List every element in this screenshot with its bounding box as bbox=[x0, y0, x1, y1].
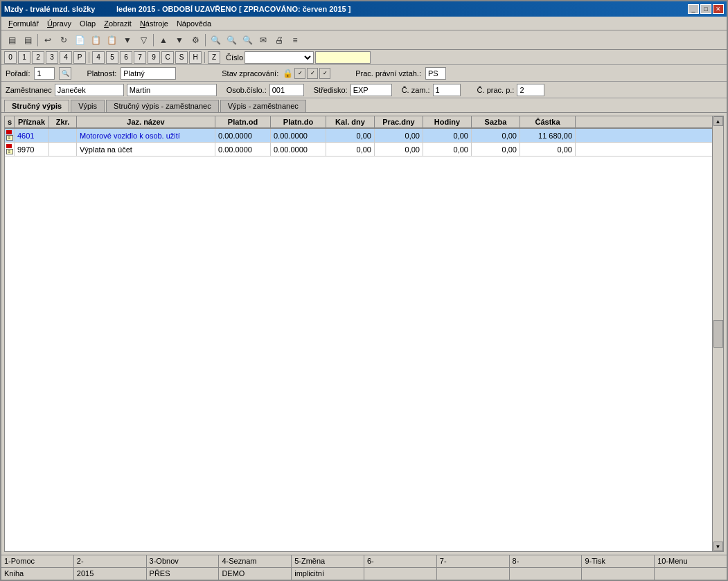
num-P[interactable]: P bbox=[73, 51, 86, 64]
col-hodiny: Hodiny bbox=[423, 116, 472, 127]
cell-priznak-2: 9970 bbox=[15, 143, 49, 156]
col-zkr: Zkr. bbox=[49, 116, 77, 127]
num-Z[interactable]: Z bbox=[208, 51, 220, 64]
status-key-1[interactable]: 1-Pomoc bbox=[1, 555, 74, 567]
cell-kaldny-1: 0,00 bbox=[326, 129, 375, 142]
col-prac-dny: Prac.dny bbox=[375, 116, 423, 127]
num-9[interactable]: 9 bbox=[148, 51, 160, 64]
osob-text: 001 bbox=[272, 86, 285, 94]
prac-text: PS bbox=[428, 69, 438, 78]
status-key-4[interactable]: 4-Seznam bbox=[219, 555, 292, 567]
tb-down[interactable]: ▼ bbox=[172, 33, 187, 48]
cell-zkr-2 bbox=[49, 143, 77, 156]
menu-olap[interactable]: Olap bbox=[76, 19, 100, 28]
num-2[interactable]: 2 bbox=[32, 51, 44, 64]
status-info-10 bbox=[655, 568, 727, 580]
table-row[interactable]: ≡ 4601 Motorové vozidlo k osob. užití 0.… bbox=[5, 129, 723, 143]
status-key-5[interactable]: 5-Změna bbox=[292, 555, 364, 567]
minimize-button[interactable]: _ bbox=[688, 4, 699, 14]
menu-nastroje[interactable]: Nástroje bbox=[136, 19, 172, 28]
status-key-6[interactable]: 6- bbox=[364, 555, 437, 567]
tb-copy[interactable]: 📋 bbox=[88, 33, 103, 48]
num-C[interactable]: C bbox=[161, 51, 174, 64]
stredisko-text: EXP bbox=[353, 86, 369, 94]
tb-paste[interactable]: 📋 bbox=[104, 33, 119, 48]
scroll-up-button[interactable]: ▲ bbox=[713, 116, 723, 126]
cell-sazba-1: 0,00 bbox=[472, 129, 520, 142]
tb-search3[interactable]: 🔍 bbox=[240, 33, 255, 48]
scroll-down-button[interactable]: ▼ bbox=[713, 542, 723, 551]
close-button[interactable]: ✕ bbox=[713, 4, 724, 14]
menu-upravy[interactable]: Úpravy bbox=[43, 19, 76, 28]
osob-value: 001 bbox=[269, 84, 304, 96]
status-info-5: implicitní bbox=[292, 568, 364, 580]
czam-text: 1 bbox=[436, 86, 440, 94]
status-info-7 bbox=[437, 568, 510, 580]
tb-search2[interactable]: 🔍 bbox=[224, 33, 239, 48]
num-7[interactable]: 7 bbox=[134, 51, 146, 64]
status-info-8 bbox=[510, 568, 583, 580]
tb-refresh[interactable]: ↻ bbox=[56, 33, 71, 48]
cell-platndo-2: 0.00.0000 bbox=[271, 143, 326, 156]
tab-strucny-vypis-zam[interactable]: Stručný výpis - zaměstnanec bbox=[106, 100, 219, 112]
num-4b[interactable]: 4 bbox=[92, 51, 105, 64]
cell-platndo-1: 0.00.0000 bbox=[271, 129, 326, 142]
tb-btn-2[interactable]: ▤ bbox=[20, 33, 35, 48]
tb-btn-1[interactable]: ▤ bbox=[4, 33, 19, 48]
menu-napoveda[interactable]: Nápověda bbox=[172, 19, 215, 28]
status-icon-3: ✓ bbox=[319, 68, 330, 79]
tb-print[interactable]: 🖨 bbox=[272, 33, 287, 48]
status-info-4: DEMO bbox=[219, 568, 292, 580]
status-key-8[interactable]: 8- bbox=[510, 555, 583, 567]
num-4[interactable]: 4 bbox=[60, 51, 72, 64]
status-key-3[interactable]: 3-Obnov bbox=[147, 555, 220, 567]
num-S[interactable]: S bbox=[175, 51, 188, 64]
num-1[interactable]: 1 bbox=[18, 51, 30, 64]
tab-vypis[interactable]: Výpis bbox=[71, 100, 105, 112]
tb-undo[interactable]: ↩ bbox=[40, 33, 55, 48]
tb-list[interactable]: ≡ bbox=[287, 33, 303, 48]
cell-platnod-1: 0.00.0000 bbox=[215, 129, 271, 142]
status-info-9 bbox=[582, 568, 655, 580]
czam-value: 1 bbox=[433, 84, 461, 96]
menu-bar: Formulář Úpravy Olap Zobrazit Nástroje N… bbox=[1, 17, 727, 30]
col-jaz-nazev: Jaz. název bbox=[77, 116, 215, 127]
tb-filter2[interactable]: ▽ bbox=[136, 33, 151, 48]
num-6[interactable]: 6 bbox=[120, 51, 132, 64]
num-3[interactable]: 3 bbox=[46, 51, 58, 64]
status-bar: 1-Pomoc 2- 3-Obnov 4-Seznam 5-Změna 6- 7… bbox=[1, 555, 727, 580]
menu-zobrazit[interactable]: Zobrazit bbox=[100, 19, 136, 28]
tb-search[interactable]: 🔍 bbox=[208, 33, 223, 48]
tb-filter[interactable]: ▼ bbox=[120, 33, 135, 48]
tab-vypis-zam[interactable]: Výpis - zaměstnanec bbox=[220, 100, 306, 112]
tb-settings[interactable]: ⚙ bbox=[188, 33, 203, 48]
table-row[interactable]: ≡ 9970 Výplata na účet 0.00.0000 0.00.00… bbox=[5, 143, 723, 157]
status-key-9[interactable]: 9-Tisk bbox=[582, 555, 655, 567]
status-icon-2: ✓ bbox=[307, 68, 318, 79]
platnost-label: Platnost: bbox=[87, 69, 116, 78]
cislo-input[interactable] bbox=[315, 51, 371, 64]
tb-up[interactable]: ▲ bbox=[156, 33, 171, 48]
jmeno-value: Martin bbox=[127, 84, 217, 96]
tb-mail[interactable]: ✉ bbox=[256, 33, 271, 48]
col-kal-dny: Kal. dny bbox=[326, 116, 375, 127]
scroll-thumb[interactable] bbox=[713, 320, 723, 348]
maximize-button[interactable]: □ bbox=[700, 4, 711, 14]
toolbar: ▤ ▤ ↩ ↻ 📄 📋 📋 ▼ ▽ ▲ ▼ ⚙ 🔍 🔍 🔍 ✉ 🖨 ≡ bbox=[1, 30, 727, 50]
cislo-select[interactable] bbox=[245, 51, 314, 64]
tab-strucny-vypis[interactable]: Stručný výpis bbox=[4, 100, 69, 112]
status-key-10[interactable]: 10-Menu bbox=[655, 555, 727, 567]
status-key-7[interactable]: 7- bbox=[437, 555, 510, 567]
tb-new[interactable]: 📄 bbox=[72, 33, 87, 48]
vertical-scrollbar[interactable]: ▲ ▼ bbox=[712, 116, 723, 551]
poradi-search-button[interactable]: 🔍 bbox=[59, 67, 71, 80]
menu-formular[interactable]: Formulář bbox=[4, 19, 43, 28]
toolbar-separator-1 bbox=[37, 34, 38, 46]
num-H[interactable]: H bbox=[189, 51, 202, 64]
number-bar: 0 1 2 3 4 P 4 5 6 7 9 C S H Z Číslo bbox=[1, 50, 727, 65]
num-0[interactable]: 0 bbox=[4, 51, 17, 64]
app-title: Mzdy - trvalé mzd. složky bbox=[4, 5, 95, 13]
num-5[interactable]: 5 bbox=[106, 51, 118, 64]
period-text: leden 2015 - OBDOBÍ UZAVŘENO [ ZPRACOVÁN… bbox=[116, 5, 350, 13]
status-key-2[interactable]: 2- bbox=[74, 555, 147, 567]
